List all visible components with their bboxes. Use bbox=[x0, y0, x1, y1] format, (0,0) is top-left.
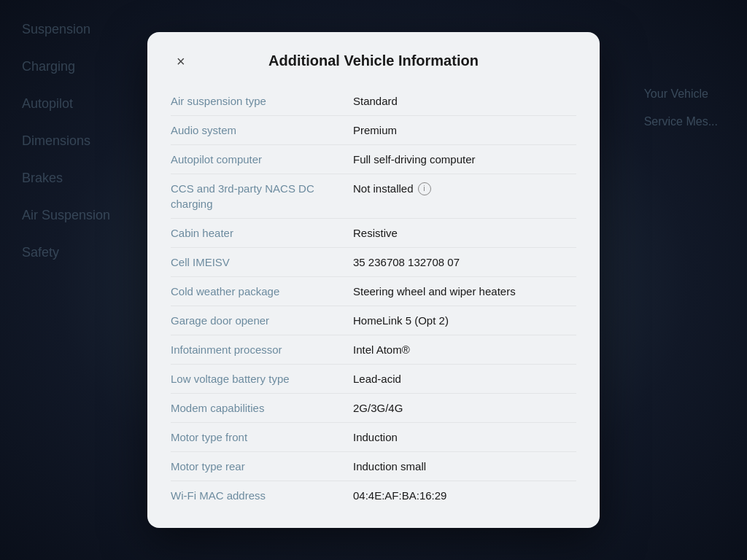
info-label: Cabin heater bbox=[171, 225, 353, 241]
info-label: CCS and 3rd-party NACS DC charging bbox=[171, 181, 353, 211]
close-button[interactable]: × bbox=[171, 51, 191, 71]
info-value: 2G/3G/4G bbox=[353, 400, 576, 416]
info-label: Modem capabilities bbox=[171, 400, 353, 416]
additional-vehicle-info-modal: × Additional Vehicle Information Air sus… bbox=[147, 32, 600, 528]
info-label: Motor type front bbox=[171, 429, 353, 445]
table-row: Air suspension typeStandard bbox=[171, 87, 576, 116]
table-row: Garage door openerHomeLink 5 (Opt 2) bbox=[171, 306, 576, 335]
table-row: Low voltage battery typeLead-acid bbox=[171, 365, 576, 394]
info-label: Low voltage battery type bbox=[171, 371, 353, 386]
modal-title: Additional Vehicle Information bbox=[268, 52, 479, 69]
table-row: Motor type rearInduction small bbox=[171, 452, 576, 481]
info-label: Infotainment processor bbox=[171, 342, 353, 357]
info-label: Motor type rear bbox=[171, 459, 353, 474]
info-label: Autopilot computer bbox=[171, 152, 353, 167]
table-row: Motor type frontInduction bbox=[171, 423, 576, 452]
table-row: Modem capabilities2G/3G/4G bbox=[171, 394, 576, 423]
info-label: Audio system bbox=[171, 122, 353, 138]
info-value: Premium bbox=[353, 122, 576, 138]
info-value: Steering wheel and wiper heaters bbox=[353, 284, 576, 299]
info-value: HomeLink 5 (Opt 2) bbox=[353, 313, 576, 328]
table-row: Wi-Fi MAC address04:4E:AF:BA:16:29 bbox=[171, 481, 576, 510]
info-value: 35 236708 132708 07 bbox=[353, 254, 576, 270]
table-row: Cabin heaterResistive bbox=[171, 219, 576, 248]
info-value: Lead-acid bbox=[353, 371, 576, 386]
info-icon: i bbox=[418, 182, 431, 195]
info-value: Induction bbox=[353, 429, 576, 445]
table-row: Autopilot computerFull self-driving comp… bbox=[171, 145, 576, 174]
info-label: Garage door opener bbox=[171, 313, 353, 328]
modal-overlay: × Additional Vehicle Information Air sus… bbox=[0, 0, 747, 560]
info-label: Wi-Fi MAC address bbox=[171, 488, 353, 503]
table-row: Cold weather packageSteering wheel and w… bbox=[171, 277, 576, 306]
info-value: Resistive bbox=[353, 225, 576, 241]
info-value: Standard bbox=[353, 93, 576, 109]
info-label: Cell IMEISV bbox=[171, 254, 353, 270]
table-row: CCS and 3rd-party NACS DC chargingNot in… bbox=[171, 174, 576, 219]
info-value: Induction small bbox=[353, 459, 576, 474]
info-value: 04:4E:AF:BA:16:29 bbox=[353, 488, 576, 503]
table-row: Cell IMEISV35 236708 132708 07 bbox=[171, 248, 576, 277]
table-row: Infotainment processorIntel Atom® bbox=[171, 335, 576, 365]
info-value: Not installedi bbox=[353, 181, 576, 196]
info-value: Full self-driving computer bbox=[353, 152, 576, 167]
table-row: Audio systemPremium bbox=[171, 116, 576, 145]
modal-header: × Additional Vehicle Information bbox=[171, 52, 576, 69]
info-value: Intel Atom® bbox=[353, 342, 576, 357]
vehicle-info-table: Air suspension typeStandardAudio systemP… bbox=[171, 87, 576, 510]
info-label: Air suspension type bbox=[171, 93, 353, 109]
info-label: Cold weather package bbox=[171, 284, 353, 299]
